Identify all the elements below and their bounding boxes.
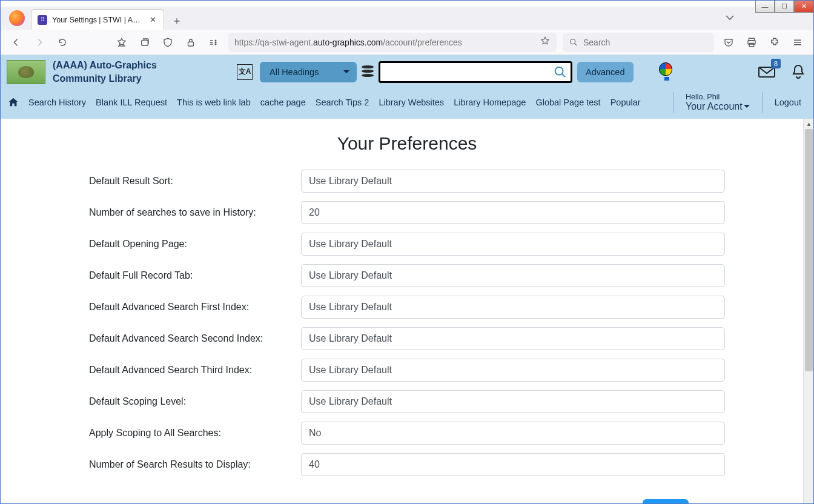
search-icon[interactable] [554, 65, 567, 79]
home-icon[interactable] [8, 97, 19, 108]
nav-library-websites[interactable]: Library Websites [379, 98, 444, 107]
pref-label-history-count: Number of searches to save in History: [89, 207, 301, 218]
lock-icon[interactable] [182, 34, 199, 51]
svg-rect-0 [142, 40, 148, 45]
url-text: https://qa-stwi-agent.auto-graphics.com/… [234, 38, 535, 47]
pref-field-full-record-tab[interactable]: Use Library Default [301, 264, 725, 287]
divider [673, 92, 673, 113]
pref-label-full-record-tab: Default Full Record Tab: [89, 270, 301, 281]
tab-title: Your Settings | STWI | AAAA | A [52, 16, 143, 24]
tab-favicon-icon: ⠿ [38, 15, 47, 25]
pref-label-apply-scoping: Apply Scoping to All Searches: [89, 428, 301, 439]
window-minimize-button[interactable]: — [755, 1, 775, 13]
bookmark-star-tray-icon[interactable] [113, 34, 130, 51]
pref-label-adv-second-index: Default Advanced Search Second Index: [89, 333, 301, 344]
window-close-button[interactable]: ✕ [794, 1, 813, 13]
svg-point-9 [555, 67, 563, 75]
pref-label-adv-third-index: Default Advanced Search Third Index: [89, 365, 301, 376]
pref-field-apply-scoping[interactable]: No [301, 422, 725, 445]
svg-point-3 [215, 42, 216, 43]
permissions-icon[interactable] [205, 34, 222, 51]
divider [762, 92, 763, 113]
extensions-icon[interactable] [766, 34, 783, 51]
pref-field-default-result-sort[interactable]: Use Library Default [301, 170, 725, 193]
notifications-button[interactable] [790, 64, 807, 81]
browser-toolbar: https://qa-stwi-agent.auto-graphics.com/… [1, 30, 813, 55]
pref-label-scoping-level: Default Scoping Level: [89, 396, 301, 407]
scroll-up-arrow-icon[interactable]: ▲ [804, 119, 813, 129]
bookmark-star-icon[interactable] [540, 36, 551, 48]
search-index-dropdown[interactable]: All Headings [260, 62, 357, 82]
pref-label-opening-page: Default Opening Page: [89, 239, 301, 250]
page-title: Your Preferences [89, 133, 725, 154]
window-maximize-button[interactable]: ☐ [775, 1, 794, 13]
greeting-text: Hello, Phil [686, 93, 750, 101]
browser-tabstrip: ⠿ Your Settings | STWI | AAAA | A ✕ ＋ [1, 7, 813, 30]
nav-cache-page[interactable]: cache page [260, 98, 306, 107]
main-search-input[interactable] [384, 67, 554, 77]
library-logo [7, 60, 45, 84]
browser-search-placeholder: Search [583, 38, 610, 47]
browser-search-bar[interactable]: Search [563, 33, 714, 52]
vertical-scrollbar[interactable]: ▲ ▼ [803, 119, 813, 504]
nav-popular[interactable]: Popular [610, 98, 641, 107]
nav-blank-ill-request[interactable]: Blank ILL Request [96, 98, 167, 107]
firefox-icon [9, 10, 25, 26]
nav-back-button[interactable] [8, 34, 25, 51]
svg-rect-1 [188, 42, 194, 46]
nav-search-tips-2[interactable]: Search Tips 2 [316, 98, 369, 107]
your-account-dropdown[interactable]: Your Account [686, 101, 750, 112]
advanced-search-button[interactable]: Advanced [577, 62, 634, 82]
pref-field-scoping-level[interactable]: Use Library Default [301, 390, 725, 413]
pref-label-default-result-sort: Default Result Sort: [89, 176, 301, 187]
inbox-button[interactable]: 8 [758, 64, 777, 81]
svg-point-2 [215, 40, 216, 41]
svg-rect-8 [749, 43, 754, 46]
nav-reload-button[interactable] [54, 34, 71, 51]
library-name: (AAAA) Auto-Graphics Community Library [53, 59, 210, 85]
inbox-badge: 8 [771, 59, 781, 68]
pref-label-adv-first-index: Default Advanced Search First Index: [89, 302, 301, 313]
pref-label-results-count: Number of Search Results to Display: [89, 459, 301, 470]
app-menu-button[interactable] [789, 34, 806, 51]
save-button[interactable]: Save [643, 499, 689, 504]
nav-forward-button[interactable] [31, 34, 48, 51]
app-header: (AAAA) Auto-Graphics Community Library 文… [1, 55, 813, 119]
main-search-field[interactable] [379, 61, 572, 83]
nav-global-page-test[interactable]: Global Page test [535, 98, 600, 107]
search-index-label: All Headings [270, 67, 319, 77]
nav-web-link-lab[interactable]: This is web link lab [177, 98, 251, 107]
new-tab-button[interactable]: ＋ [168, 12, 186, 30]
balloon-icon[interactable] [659, 62, 675, 82]
database-icon[interactable] [362, 65, 374, 79]
nav-library-homepage[interactable]: Library Homepage [454, 98, 526, 107]
pref-field-opening-page[interactable]: Use Library Default [301, 233, 725, 256]
language-icon[interactable]: 文A [237, 64, 253, 80]
logout-link[interactable]: Logout [775, 98, 801, 107]
scroll-thumb[interactable] [805, 129, 813, 371]
tab-overflow-button[interactable] [725, 13, 735, 24]
tab-close-button[interactable]: ✕ [148, 15, 157, 25]
content-area: ▲ ▼ Your Preferences Default Result Sort… [1, 119, 813, 504]
scroll-down-arrow-icon[interactable]: ▼ [804, 500, 813, 504]
pref-field-results-count[interactable]: 40 [301, 453, 725, 476]
pocket-icon[interactable] [720, 34, 737, 51]
svg-point-4 [215, 44, 216, 45]
pref-field-adv-third-index[interactable]: Use Library Default [301, 359, 725, 382]
pref-field-adv-second-index[interactable]: Use Library Default [301, 327, 725, 350]
svg-point-5 [571, 39, 575, 44]
pref-field-adv-first-index[interactable]: Use Library Default [301, 296, 725, 319]
print-icon[interactable] [743, 34, 760, 51]
url-bar[interactable]: https://qa-stwi-agent.auto-graphics.com/… [228, 33, 557, 52]
browser-tab-active[interactable]: ⠿ Your Settings | STWI | AAAA | A ✕ [31, 9, 164, 30]
shield-icon[interactable] [159, 34, 176, 51]
recent-tabs-icon[interactable] [136, 34, 153, 51]
nav-search-history[interactable]: Search History [28, 98, 86, 107]
pref-field-history-count[interactable]: 20 [301, 201, 725, 224]
